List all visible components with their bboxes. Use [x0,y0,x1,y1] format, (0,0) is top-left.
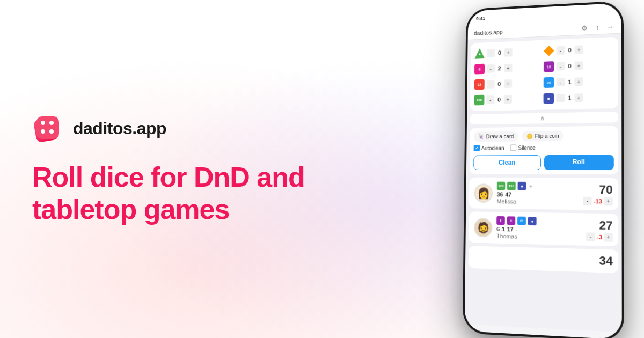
melissa-plus-btn[interactable]: + [604,197,613,206]
autoclean-checkbox[interactable]: ✓ Autoclean [474,145,504,151]
melissa-name-label: Melissa [497,198,579,205]
d8-counter: - 0 + [557,45,583,55]
d12-badge: 12 [474,79,485,90]
d4-plus[interactable]: + [504,48,512,57]
app-logo-icon [32,112,64,144]
clean-button[interactable]: Clean [473,155,541,170]
d6-plus[interactable]: + [504,64,512,72]
dice-row-d100: 100 - 0 + [474,92,541,107]
left-panel: daditos.app Roll dice for DnD and tablet… [32,0,322,338]
logo-row: daditos.app [32,112,322,144]
dice-row-d6: 6 - 2 + [474,60,541,76]
d100-minus[interactable]: - [486,95,494,104]
flip-coin-button[interactable]: 🪙 Flip a coin [522,131,564,142]
thomas-score2: 1 [502,226,505,232]
d100-badge: 100 [474,95,484,106]
d4-badge: ▲ [474,48,485,59]
svg-point-5 [49,129,54,134]
thomas-score1: 6 [496,226,500,232]
melissa-score1: 36 [497,191,503,197]
browser-icons: ⚙ ↑ → [580,23,615,33]
phone-frame: 9:41 daditos.app ⚙ ↑ → ▲ [463,1,624,338]
d20-value: 1 [566,79,573,85]
melissa-avatar: 👩 [474,183,493,203]
thomas-name-label: Thomas [496,233,582,241]
dblue-plus[interactable]: + [574,93,583,102]
draw-card-button[interactable]: 🃏 Draw a card [474,131,518,142]
melissa-minus-btn[interactable]: - [583,196,591,205]
thomas-dice-row: 8 8 20 ■ [496,216,582,226]
d10-plus[interactable]: + [574,61,583,70]
d6-minus[interactable]: - [487,64,495,73]
dice-row-d10: 10 - 0 + [544,57,614,74]
thomas-badge-8b: 8 [507,216,516,225]
tagline-line1: Roll dice for DnD and [32,161,322,194]
dice-row-d8: - 0 + [544,41,614,58]
last-player-card: 34 [469,246,619,273]
d8-plus[interactable]: + [575,45,583,54]
d8-minus[interactable]: - [557,46,565,55]
d10-badge: 10 [544,61,554,72]
dice-row-dblue: ■ - 1 + [544,90,614,106]
d12-plus[interactable]: + [504,79,513,88]
action-buttons: Clean Roll [473,155,614,170]
d12-counter: - 0 + [486,79,512,89]
tagline: Roll dice for DnD and tabletop games [32,161,322,226]
svg-point-3 [49,121,54,125]
thomas-dash: - [516,226,517,232]
dblue-counter: - 1 + [556,93,583,102]
exit-icon[interactable]: → [606,23,614,32]
d10-value: 0 [566,63,573,69]
d20-minus[interactable]: - [556,78,565,86]
dblue-minus[interactable]: - [556,94,565,102]
melissa-total: 70 - -13 + [583,182,613,205]
melissa-info: 100 100 ■ + 36 47 Melissa [497,182,579,205]
thomas-adj: -3 [597,233,602,240]
d8-value: 0 [567,47,573,53]
melissa-big-score: 70 [583,182,612,197]
d100-value: 0 [496,97,502,103]
extra-buttons-row: 🃏 Draw a card 🪙 Flip a coin [474,130,614,142]
silence-check-indicator [510,145,517,151]
melissa-adj: -13 [594,197,602,204]
d4-value: 0 [496,49,503,56]
d12-value: 0 [496,80,503,87]
thomas-info: 8 8 20 ■ 6 1 17 - Thomas [496,216,582,241]
silence-label: Silence [518,145,536,151]
controls-area: 🃏 Draw a card 🪙 Flip a coin ✓ [470,126,619,174]
thomas-plus-btn[interactable]: + [604,232,613,241]
autoclean-label: Autoclean [481,145,504,151]
d4-minus[interactable]: - [487,49,495,57]
coin-icon: 🪙 [526,133,533,139]
melissa-dice-row: 100 100 ■ + [497,182,579,191]
thomas-badge-blue: ■ [528,217,537,225]
silence-checkbox[interactable]: Silence [510,144,536,151]
autoclean-check-indicator: ✓ [474,145,480,151]
d12-minus[interactable]: - [486,80,494,89]
flip-coin-label: Flip a coin [535,133,559,139]
melissa-badge-100b: 100 [507,182,516,190]
phone-mockup: 9:41 daditos.app ⚙ ↑ → ▲ [397,0,644,338]
card-icon: 🃏 [478,134,484,140]
d4-counter: - 0 + [487,48,513,57]
thomas-minus-btn[interactable]: - [586,232,595,241]
melissa-badge-100a: 100 [497,182,506,190]
d20-badge: 20 [544,77,554,88]
phone-screen: 9:41 daditos.app ⚙ ↑ → ▲ [465,3,622,338]
dice-row-d20: 20 - 1 + [544,74,614,90]
melissa-badge-blue: ■ [518,182,526,190]
d20-counter: - 1 + [556,77,583,86]
player-card-melissa: 👩 100 100 ■ + 36 47 Melissa [469,178,618,210]
roll-button[interactable]: Roll [544,155,614,170]
svg-point-2 [41,121,45,125]
last-score: 34 [599,254,612,269]
svg-point-4 [41,129,45,134]
settings-icon[interactable]: ⚙ [580,24,589,33]
d10-minus[interactable]: - [557,62,565,70]
d100-plus[interactable]: + [504,95,513,104]
thomas-big-score: 27 [586,218,612,233]
dblue-value: 1 [566,95,573,101]
collapse-bar[interactable]: ∧ [470,112,618,124]
share-icon[interactable]: ↑ [593,23,602,32]
d20-plus[interactable]: + [574,77,583,86]
